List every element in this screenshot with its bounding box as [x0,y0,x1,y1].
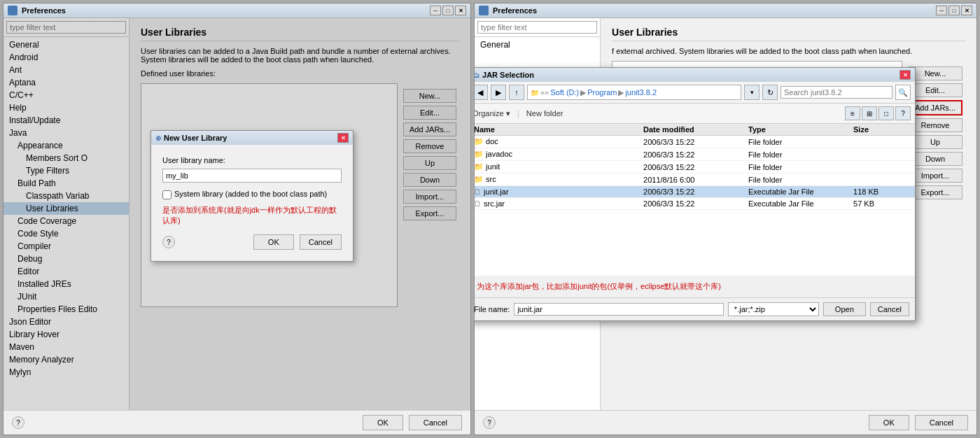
jar-up-btn[interactable]: ↑ [509,85,524,100]
jar-file-list: 📁 doc 2006/3/3 15:22 File folder 📁 javad… [475,136,915,276]
left-maximize-btn[interactable]: □ [442,6,454,15]
jar-file-type-src-jar: Executable Jar File [748,199,853,208]
left-bottom-buttons: OK Cancel [363,415,462,430]
drive-icon: 📁 [531,89,539,97]
left-ok-btn[interactable]: OK [363,415,403,430]
right-up-btn[interactable]: Up [908,135,962,149]
jar-note: 为这个库添加jar包，比如添加junit的包(仅举例，eclipse默认就带这个… [475,276,915,297]
right-filter-box [475,18,600,37]
jar-file-name-src-jar: 🗋 src.jar [475,199,643,208]
jar-list-view-btn[interactable]: ≡ [845,106,860,120]
jar-file-row-javadoc[interactable]: 📁 javadoc 2006/3/3 15:22 File folder [475,148,915,161]
jar-refresh-btn[interactable]: ↻ [762,85,778,100]
left-help-btn[interactable]: ? [12,416,24,429]
right-help-btn[interactable]: ? [483,416,496,429]
jar-preview-btn[interactable]: □ [878,106,894,120]
jar-filename-input[interactable] [514,303,723,316]
right-edit-btn[interactable]: Edit... [908,83,962,97]
left-titlebar: Preferences ─ □ ✕ [4,3,470,18]
preferences-icon-left [8,6,18,15]
jar-selection-dialog: 🗂 JAR Selection ✕ ◀ ▶ ↑ 📁 «« Soft (D:) ▶… [475,67,916,321]
dialog-body: User library name: System library (added… [151,145,353,261]
left-cancel-btn[interactable]: Cancel [409,415,462,430]
right-import-btn[interactable]: Import... [908,169,962,183]
right-new-btn[interactable]: New... [908,66,962,80]
jar-file-row-src[interactable]: 📁 src 2011/8/16 6:00 File folder [475,174,915,186]
jar-file-name-src: 📁 src [475,175,643,184]
col-name: Name [475,125,643,134]
jar-file-area: Name Date modified Type Size 📁 doc 2006/… [475,124,915,276]
jar-action-bar: Organize ▾ | New folder ≡ ⊞ □ ? [475,104,915,124]
jar-search-btn[interactable]: 🔍 [895,85,911,100]
breadcrumb-junit382[interactable]: junit3.8.2 [625,88,657,97]
jar-help-view-btn[interactable]: ? [895,106,911,120]
jar-search-input[interactable] [780,86,892,99]
dialog-ok-btn[interactable]: OK [253,234,294,250]
right-cancel-btn[interactable]: Cancel [915,415,968,430]
breadcrumb-program[interactable]: Program [587,88,617,97]
jar-dialog-close-btn[interactable]: ✕ [899,70,911,80]
breadcrumb-soft-d[interactable]: Soft (D:) [550,88,579,97]
jar-file-row-doc[interactable]: 📁 doc 2006/3/3 15:22 File folder [475,136,915,148]
folder-icon-junit: 📁 [475,162,484,171]
jar-open-btn[interactable]: Open [823,302,866,316]
folder-icon-src: 📁 [475,175,484,183]
preferences-icon-right [479,6,489,15]
jar-dialog-titlebar: 🗂 JAR Selection ✕ [475,68,915,82]
jar-file-date-src: 2011/8/16 6:00 [643,176,748,184]
jar-file-date-doc: 2006/3/3 15:22 [643,138,748,146]
col-date: Date modified [643,125,748,134]
right-maximize-btn[interactable]: □ [948,6,960,15]
jar-detail-view-btn[interactable]: ⊞ [862,106,877,120]
dialog-cancel-btn[interactable]: Cancel [300,234,342,250]
jar-bottom: File name: *.jar;*.zip Open Cancel [475,297,915,320]
right-minimize-btn[interactable]: ─ [936,6,947,15]
dialog-help-btn[interactable]: ? [162,236,175,248]
jar-file-name-javadoc: 📁 javadoc [475,150,643,159]
right-close-btn[interactable]: ✕ [961,6,972,15]
jar-cancel-btn[interactable]: Cancel [870,302,909,316]
dialog-library-name-input[interactable] [162,169,342,183]
action-bar-sep: | [517,108,519,118]
jar-new-folder-btn[interactable]: New folder [526,109,564,118]
right-main-title: User Libraries [612,27,965,41]
right-titlebar: Preferences ─ □ ✕ [475,3,976,18]
jar-file-size-src-jar: 57 KB [853,199,909,208]
dialog-note: 是否添加到系统库(就是向jdk一样作为默认工程的默认库) [162,205,342,226]
jar-back-btn[interactable]: ◀ [475,85,488,100]
dialog-title: New User Library [164,134,227,142]
right-export-btn[interactable]: Export... [908,185,962,199]
left-minimize-btn[interactable]: ─ [430,6,441,15]
left-close-btn[interactable]: ✕ [455,6,466,15]
right-window-title: Preferences [493,6,537,15]
jar-organize-btn[interactable]: Organize ▾ [475,109,510,118]
jar-file-type-junit-jar: Executable Jar File [748,188,853,196]
right-filter-input[interactable] [477,21,597,34]
right-description: f external archived. System libraries wi… [612,47,965,55]
system-library-label: System library (added to the boot class … [174,190,327,198]
right-down-btn[interactable]: Down [908,152,962,166]
jar-file-row-junit[interactable]: 📁 junit 2006/3/3 15:22 File folder [475,161,915,174]
jar-view-btns: ≡ ⊞ □ ? [845,106,911,120]
right-bottom-bar: ? OK Cancel [475,410,976,435]
jar-toolbar: ◀ ▶ ↑ 📁 «« Soft (D:) ▶ Program ▶ junit3.… [475,82,915,104]
jar-file-row-junit-jar[interactable]: 🗋 junit.jar 2006/3/3 15:22 Executable Ja… [475,186,915,198]
system-library-checkbox[interactable] [162,190,172,199]
right-remove-btn[interactable]: Remove [908,118,962,132]
jar-forward-btn[interactable]: ▶ [491,85,506,100]
new-user-library-dialog: ⊕ New User Library ✕ User library name: … [150,130,354,262]
dialog-close-btn[interactable]: ✕ [337,133,349,143]
jar-file-row-src-jar[interactable]: 🗋 src.jar 2006/3/3 15:22 Executable Jar … [475,198,915,210]
jar-filetype-select[interactable]: *.jar;*.zip [728,302,819,316]
left-window-title: Preferences [22,6,66,15]
col-size: Size [853,125,909,134]
dialog-bottom: ? OK Cancel [162,234,342,250]
jar-file-type-doc: File folder [748,138,853,146]
right-ok-btn[interactable]: OK [869,415,909,430]
right-sidebar-item-general[interactable]: General [475,38,600,51]
dialog-action-btns: OK Cancel [253,234,342,250]
right-add-jars-btn[interactable]: Add JARs... [908,100,962,115]
breadcrumb-dropdown[interactable]: ▾ [744,85,760,100]
jar-file-size-junit-jar: 118 KB [853,188,909,196]
dialog-title-icon: ⊕ [155,134,161,142]
